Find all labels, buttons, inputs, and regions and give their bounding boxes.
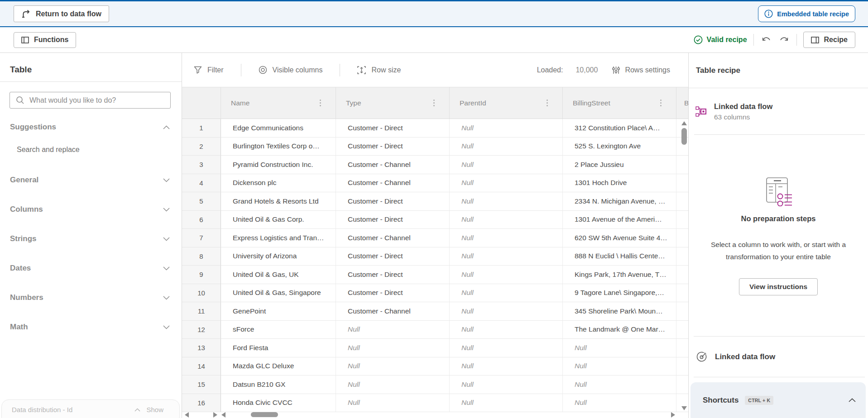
horizontal-scrollbar[interactable] xyxy=(182,412,688,418)
table-cell[interactable]: Edge Communications xyxy=(221,119,336,138)
sidebar-section-math[interactable]: Math xyxy=(0,323,182,331)
table-cell[interactable]: 525 S. Lexington Ave xyxy=(563,138,676,156)
row-number[interactable]: 10 xyxy=(182,284,221,303)
table-cell[interactable]: Null xyxy=(450,394,563,413)
table-cell[interactable]: Null xyxy=(450,302,563,321)
table-cell[interactable]: Null xyxy=(450,211,563,229)
table-cell[interactable]: Null xyxy=(563,339,676,357)
row-number[interactable]: 15 xyxy=(182,375,221,394)
row-number[interactable]: 4 xyxy=(182,174,221,193)
redo-button[interactable] xyxy=(778,36,790,44)
shortcuts-bar[interactable]: Shortcuts CTRL + K xyxy=(691,382,866,418)
table-cell[interactable]: 1301 Avenue of the Ameri… xyxy=(563,211,676,229)
table-cell[interactable]: Ford Fiesta xyxy=(221,339,336,357)
search-input[interactable] xyxy=(29,96,166,105)
table-cell[interactable]: Null xyxy=(336,375,450,394)
table-cell[interactable]: Null xyxy=(450,339,563,357)
table-cell[interactable]: Null xyxy=(563,394,676,413)
table-cell[interactable]: Customer - Direct xyxy=(336,247,450,266)
table-cell[interactable]: Customer - Direct xyxy=(336,211,450,229)
recipe-button[interactable]: Recipe xyxy=(803,32,855,48)
table-cell[interactable]: Customer - Direct xyxy=(336,266,450,284)
table-cell[interactable]: University of Arizona xyxy=(221,247,336,266)
table-cell[interactable]: 2334 N. Michigan Avenue, … xyxy=(563,192,676,211)
column-header-type[interactable]: Type xyxy=(336,87,450,119)
table-cell[interactable]: Dickenson plc xyxy=(221,174,336,193)
table-cell[interactable]: Customer - Channel xyxy=(336,229,450,247)
row-number[interactable]: 1 xyxy=(182,119,221,138)
sidebar-section-suggestions[interactable]: Suggestions xyxy=(0,123,182,131)
row-number[interactable]: 6 xyxy=(182,211,221,229)
table-cell[interactable]: Express Logistics and Tran… xyxy=(221,229,336,247)
row-number[interactable]: 8 xyxy=(182,247,221,266)
column-menu-icon[interactable] xyxy=(433,100,435,106)
table-cell[interactable]: Null xyxy=(450,192,563,211)
row-number[interactable]: 16 xyxy=(182,394,221,413)
column-header-billingstreet[interactable]: BillingStreet xyxy=(563,87,676,119)
table-cell[interactable]: Null xyxy=(450,375,563,394)
sidebar-section-dates[interactable]: Dates xyxy=(0,264,182,272)
table-cell[interactable]: 312 Constitution Place\ A… xyxy=(563,119,676,138)
data-distribution-bar[interactable]: Data distribution - Id Show xyxy=(1,399,180,418)
show-button[interactable]: Show xyxy=(146,406,163,413)
table-cell[interactable]: Null xyxy=(450,174,563,193)
column-menu-icon[interactable] xyxy=(660,100,662,106)
row-number[interactable]: 12 xyxy=(182,321,221,339)
table-cell[interactable]: Null xyxy=(336,321,450,339)
undo-button[interactable] xyxy=(760,36,772,44)
table-cell[interactable]: Null xyxy=(563,357,676,376)
scroll-right-arrow[interactable] xyxy=(671,412,675,418)
table-cell[interactable]: Customer - Channel xyxy=(336,174,450,193)
linked-data-flow-source[interactable]: Linked data flow 63 columns xyxy=(689,88,868,135)
table-cell[interactable]: Customer - Direct xyxy=(336,138,450,156)
table-cell[interactable]: United Oil & Gas, UK xyxy=(221,266,336,284)
filter-button[interactable]: Filter xyxy=(194,66,224,74)
sidebar-section-columns[interactable]: Columns xyxy=(0,205,182,214)
chevron-up-icon[interactable] xyxy=(849,398,856,402)
frozen-scroll-left-arrow[interactable] xyxy=(185,412,189,418)
row-number[interactable]: 9 xyxy=(182,266,221,284)
row-number[interactable]: 13 xyxy=(182,339,221,357)
vertical-scrollbar[interactable] xyxy=(681,121,688,410)
table-cell[interactable]: Null xyxy=(450,284,563,303)
table-cell[interactable]: Customer - Channel xyxy=(336,156,450,174)
table-cell[interactable]: Honda Civic CVCC xyxy=(221,394,336,413)
table-cell[interactable]: Null xyxy=(450,266,563,284)
row-number[interactable]: 5 xyxy=(182,192,221,211)
visible-columns-button[interactable]: Visible columns xyxy=(259,66,323,74)
table-cell[interactable]: 2 Place Jussieu xyxy=(563,156,676,174)
table-cell[interactable]: Pyramid Construction Inc. xyxy=(221,156,336,174)
table-cell[interactable]: The Landmark @ One Mar… xyxy=(563,321,676,339)
table-cell[interactable]: 345 Shoreline Park\ Moun… xyxy=(563,302,676,321)
rows-settings-button[interactable]: Rows settings xyxy=(612,66,670,74)
table-cell[interactable]: Datsun B210 GX xyxy=(221,375,336,394)
table-cell[interactable]: United Oil & Gas, Singapore xyxy=(221,284,336,303)
column-menu-icon[interactable] xyxy=(547,100,548,106)
row-size-button[interactable]: Row size xyxy=(357,66,401,74)
column-header-bi[interactable]: Bi xyxy=(676,87,688,119)
table-cell[interactable]: Null xyxy=(336,394,450,413)
table-cell[interactable]: Null xyxy=(336,339,450,357)
row-number[interactable]: 3 xyxy=(182,156,221,174)
functions-button[interactable]: Functions xyxy=(14,32,76,48)
scroll-left-arrow[interactable] xyxy=(221,412,225,418)
embedded-table-recipe-button[interactable]: Embedded table recipe xyxy=(758,5,855,22)
table-cell[interactable]: GenePoint xyxy=(221,302,336,321)
row-number[interactable]: 2 xyxy=(182,138,221,156)
table-cell[interactable]: 620 SW 5th Avenue Suite 4… xyxy=(563,229,676,247)
sidebar-section-numbers[interactable]: Numbers xyxy=(0,294,182,302)
sidebar-section-general[interactable]: General xyxy=(0,176,182,184)
sidebar-section-strings[interactable]: Strings xyxy=(0,235,182,243)
table-cell[interactable]: Null xyxy=(563,375,676,394)
table-cell[interactable]: Null xyxy=(450,138,563,156)
table-cell[interactable]: Mazda GLC Deluxe xyxy=(221,357,336,376)
column-header-parentid[interactable]: ParentId xyxy=(450,87,563,119)
table-cell[interactable]: Burlington Textiles Corp o… xyxy=(221,138,336,156)
table-cell[interactable]: Customer - Direct xyxy=(336,119,450,138)
sidebar-item[interactable]: Search and replace xyxy=(0,146,182,154)
table-cell[interactable]: Null xyxy=(450,156,563,174)
linked-data-flow-link[interactable]: Linked data flow xyxy=(689,336,868,377)
table-cell[interactable]: Customer - Direct xyxy=(336,192,450,211)
table-cell[interactable]: United Oil & Gas Corp. xyxy=(221,211,336,229)
row-number[interactable]: 11 xyxy=(182,302,221,321)
